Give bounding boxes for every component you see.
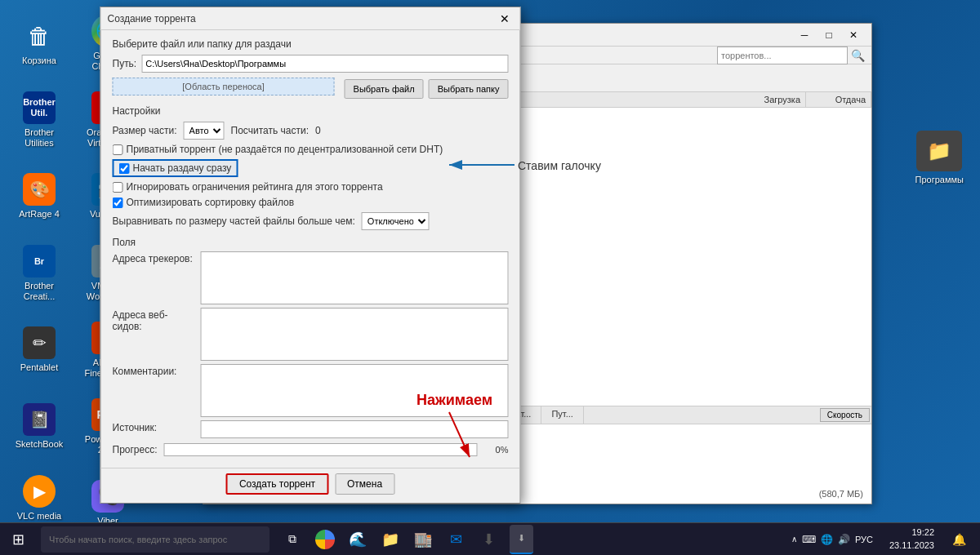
choose-folder-button[interactable]: Выбрать папку bbox=[429, 79, 509, 99]
comments-textarea[interactable] bbox=[201, 364, 509, 417]
fields-title: Поля bbox=[113, 237, 509, 248]
choose-file-button[interactable]: Выбрать файл bbox=[345, 79, 424, 99]
tray-keyboard-icon: ⌨ bbox=[802, 534, 816, 545]
fields-grid: Адреса трекеров: Адреса веб-сидов: Комме… bbox=[113, 251, 509, 438]
system-tray[interactable]: ∧ ⌨ 🌐 🔊 РУС bbox=[785, 523, 880, 556]
taskbar-clock[interactable]: 19:22 23.11.2023 bbox=[883, 526, 941, 552]
taskbar-icon-qbt-running[interactable]: ⬇ bbox=[474, 525, 503, 554]
taskbar-right-area: ∧ ⌨ 🌐 🔊 РУС 19:22 23.11.2023 🔔 bbox=[785, 523, 980, 556]
desktop-icon-vlc[interactable]: ▶ VLC media player bbox=[7, 467, 72, 522]
tray-sound-icon: 🔊 bbox=[838, 534, 850, 545]
private-checkbox-label[interactable]: Приватный торрент (не раздаётся по децен… bbox=[113, 144, 443, 155]
speed-button[interactable]: Скорость bbox=[820, 408, 870, 422]
dialog-footer: Создать торрент Отмена bbox=[101, 468, 520, 503]
taskbar-qbt-app[interactable]: ⬇ bbox=[510, 525, 533, 554]
fields-section: Поля Адреса трекеров: Адреса веб-сидов: … bbox=[113, 237, 509, 438]
dialog-close-button[interactable]: ✕ bbox=[496, 10, 514, 28]
tray-network-icon: 🌐 bbox=[821, 534, 833, 545]
desktop-icon-artrage[interactable]: 🎨 ArtRage 4 bbox=[7, 160, 72, 233]
ignore-rating-checkbox[interactable] bbox=[113, 182, 123, 193]
piece-size-select[interactable]: Авто bbox=[184, 122, 225, 140]
taskbar-icon-explorer[interactable]: 📁 bbox=[376, 525, 405, 554]
taskbar-icon-edge[interactable]: 🌊 bbox=[343, 525, 372, 554]
desktop-icon-pentablet[interactable]: ✏ Pentablet bbox=[7, 313, 72, 387]
dialog-path-row: Выберите файл или папку для раздачи bbox=[113, 38, 509, 50]
cancel-button[interactable]: Отмена bbox=[335, 473, 394, 495]
piece-size-label: Размер части: bbox=[113, 125, 177, 136]
desktop-icon-brother-util[interactable]: BrotherUtil. Brother Utilities bbox=[7, 83, 72, 157]
desktop-icon-brother-creat[interactable]: Br Brother Creati... bbox=[7, 237, 72, 310]
tray-arrow-icon[interactable]: ∧ bbox=[791, 535, 797, 544]
settings-section: Настройки Размер части: Авто Посчитать ч… bbox=[113, 105, 509, 230]
create-torrent-button[interactable]: Создать торрент bbox=[226, 473, 328, 495]
webseeds-label: Адреса веб-сидов: bbox=[113, 308, 194, 332]
ignore-rating-label[interactable]: Игнорировать ограничения рейтинга для эт… bbox=[113, 181, 383, 193]
progress-percent: 0% bbox=[484, 445, 509, 455]
desktop-icon-sketchbook[interactable]: 📓 SketchBook bbox=[7, 390, 72, 464]
progress-row: Прогресс: 0% bbox=[113, 443, 509, 456]
desktop: 🗑 Корзина 🌐 Google Chrome BrotherUtil. B… bbox=[0, 0, 980, 522]
trackers-textarea[interactable] bbox=[201, 251, 509, 304]
optimize-sort-row: Оптимизировать сортировку файлов bbox=[113, 197, 509, 208]
desktop-icon-recycle[interactable]: 🗑 Корзина bbox=[7, 7, 72, 80]
dialog-title: Создание торрента bbox=[108, 13, 196, 24]
dialog-path-input-row: Путь: bbox=[113, 55, 509, 73]
window-controls: ─ □ ✕ bbox=[793, 26, 865, 44]
torrent-search-input[interactable] bbox=[717, 47, 848, 64]
start-seeding-checkbox[interactable] bbox=[119, 163, 130, 174]
dialog-body: Выберите файл или папку для раздачи Путь… bbox=[101, 30, 520, 464]
taskbar-icon-mail[interactable]: ✉ bbox=[441, 525, 470, 554]
maximize-button[interactable]: □ bbox=[817, 26, 840, 44]
align-row: Выравнивать по размеру частей файлы боль… bbox=[113, 212, 509, 230]
ignore-rating-row: Игнорировать ограничения рейтинга для эт… bbox=[113, 181, 509, 193]
drop-area: [Область переноса] bbox=[113, 78, 335, 95]
taskbar-search-input[interactable] bbox=[41, 526, 270, 553]
dialog-titlebar: Создание торрента ✕ bbox=[101, 7, 520, 30]
comments-label: Комментарии: bbox=[113, 364, 194, 377]
taskbar-icon-store[interactable]: 🏬 bbox=[408, 525, 438, 554]
start-button[interactable]: ⊞ bbox=[0, 523, 36, 556]
progress-bar bbox=[164, 443, 478, 456]
taskbar-icon-chrome[interactable] bbox=[310, 525, 340, 554]
taskbar-pinned-icons: ⧉ 🌊 📁 🏬 ✉ ⬇ bbox=[278, 525, 503, 554]
col-spacer bbox=[485, 92, 741, 107]
webseeds-textarea[interactable] bbox=[201, 308, 509, 361]
source-input[interactable] bbox=[201, 420, 509, 438]
start-seeding-row: Начать раздачу сразу bbox=[113, 159, 509, 177]
optimize-sort-checkbox[interactable] bbox=[113, 198, 123, 208]
align-label: Выравнивать по размеру частей файлы боль… bbox=[113, 215, 355, 227]
tab-files[interactable]: Пут... bbox=[541, 406, 583, 424]
count-parts-label: Посчитать части: bbox=[231, 125, 309, 136]
taskbar: ⊞ ⧉ 🌊 📁 🏬 ✉ ⬇ ⬇ ∧ ⌨ 🌐 🔊 РУС 19:22 23.11.… bbox=[0, 522, 980, 555]
trackers-label: Адреса трекеров: bbox=[113, 251, 194, 264]
col-upload: Отдача bbox=[806, 92, 871, 107]
private-checkbox[interactable] bbox=[113, 144, 123, 155]
piece-size-row: Размер части: Авто Посчитать части: 0 bbox=[113, 122, 509, 140]
notification-button[interactable]: 🔔 bbox=[944, 523, 973, 556]
source-label: Источник: bbox=[113, 420, 194, 433]
close-button[interactable]: ✕ bbox=[842, 26, 865, 44]
path-prefix: Путь: bbox=[113, 58, 137, 69]
taskbar-icon-taskview[interactable]: ⧉ bbox=[278, 525, 307, 554]
drop-and-btns-row: [Область переноса] Выбрать файл Выбрать … bbox=[113, 78, 509, 100]
desktop-icon-programs[interactable]: 📁 Программы bbox=[915, 131, 964, 185]
search-icon[interactable]: 🔍 bbox=[848, 49, 868, 62]
minimize-button[interactable]: ─ bbox=[793, 26, 816, 44]
clock-date: 23.11.2023 bbox=[889, 539, 934, 552]
private-torrent-row: Приватный торрент (не раздаётся по децен… bbox=[113, 144, 509, 155]
align-select[interactable]: Отключено bbox=[362, 212, 430, 230]
col-download: Загрузка bbox=[741, 92, 806, 107]
size-info: (580,7 МБ) bbox=[814, 487, 868, 500]
settings-title: Настройки bbox=[113, 105, 509, 117]
path-input[interactable] bbox=[141, 55, 508, 73]
start-seeding-label[interactable]: Начать раздачу сразу bbox=[113, 159, 238, 177]
taskbar-running-apps: ⬇ bbox=[510, 525, 533, 554]
progress-label: Прогресс: bbox=[113, 444, 158, 455]
clock-time: 19:22 bbox=[889, 526, 934, 539]
taskbar-qbt-icon: ⬇ bbox=[518, 533, 525, 544]
optimize-sort-label[interactable]: Оптимизировать сортировку файлов bbox=[113, 197, 295, 208]
path-label: Выберите файл или папку для раздачи bbox=[113, 38, 292, 50]
count-parts-value: 0 bbox=[315, 125, 321, 136]
create-torrent-dialog: Создание торрента ✕ Выберите файл или па… bbox=[100, 7, 521, 504]
lang-indicator[interactable]: РУС bbox=[855, 535, 873, 544]
